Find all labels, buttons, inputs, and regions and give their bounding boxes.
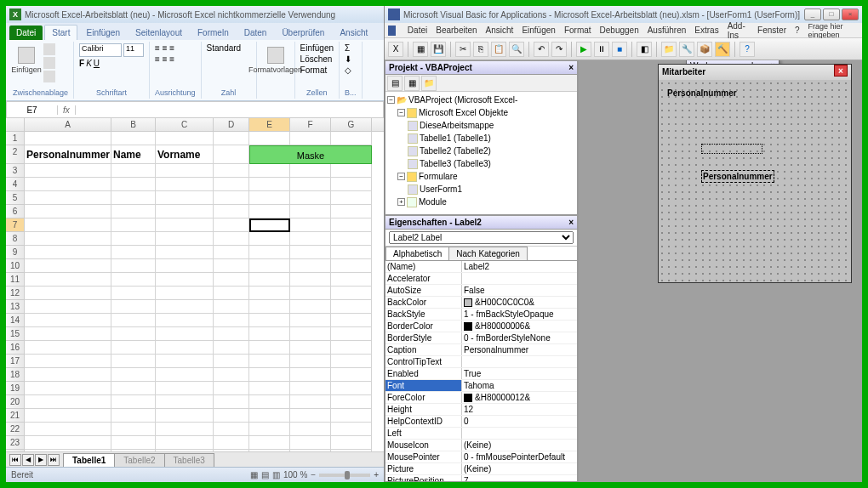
prop-value[interactable] [462,273,577,284]
cell[interactable] [156,246,214,259]
styles-button[interactable]: Formatvorlagen [262,43,289,77]
col-d[interactable]: D [214,118,249,131]
row-header[interactable]: 14 [6,314,25,327]
cell[interactable] [249,409,290,423]
cell[interactable] [249,205,290,218]
help-icon[interactable]: ? [740,42,755,57]
prop-name[interactable]: Caption [385,344,462,355]
prop-name[interactable]: ForeColor [385,392,462,403]
row-header[interactable]: 17 [6,355,25,368]
menu-format[interactable]: Format [564,26,591,35]
userform-close-icon[interactable]: × [834,65,848,77]
cell[interactable] [331,246,372,259]
row-header[interactable]: 19 [6,382,25,395]
view-layout-icon[interactable]: ▤ [261,470,269,479]
toolbox-icon[interactable]: 🔨 [715,42,730,57]
cell[interactable] [331,423,372,436]
label1[interactable]: Personalnummer [667,88,737,98]
project-close-icon[interactable]: × [568,61,574,74]
prop-value[interactable]: Label2 [462,261,577,272]
row-header[interactable]: 4 [6,178,25,191]
menu-edit[interactable]: Bearbeiten [436,26,477,35]
cell[interactable] [249,368,290,382]
cell[interactable] [156,178,214,191]
cell[interactable] [290,178,331,191]
cell[interactable] [290,218,331,232]
cell[interactable] [111,341,156,355]
tab-start[interactable]: Start [44,25,77,40]
cell[interactable] [111,409,156,423]
tree-toggle-icon[interactable]: − [387,96,395,104]
cell[interactable] [249,395,290,409]
cell[interactable] [156,314,214,327]
cell[interactable] [111,423,156,436]
cell[interactable] [156,341,214,355]
prop-name[interactable]: PicturePosition [385,475,462,482]
col-f[interactable]: F [290,118,331,131]
row-header[interactable]: 23 [6,436,25,450]
props-grid[interactable]: (Name)Label2AcceleratorAutoSizeFalseBack… [385,261,577,482]
cell[interactable] [25,423,111,436]
cell[interactable] [290,314,331,327]
copy-icon[interactable] [43,57,55,69]
col-a[interactable]: A [25,118,111,131]
cell[interactable] [214,178,249,191]
row-header[interactable]: 18 [6,368,25,382]
tree-toggle-icon[interactable]: − [397,173,405,180]
cell[interactable] [331,327,372,341]
nav-first[interactable]: ⏮ [9,454,21,466]
zoom-value[interactable]: 100 % [283,470,307,479]
cell[interactable] [25,132,111,145]
cell[interactable] [249,327,290,341]
bold-button[interactable]: F [79,59,84,68]
break-icon[interactable]: ⏸ [594,42,609,57]
cell[interactable] [25,382,111,395]
nav-prev[interactable]: ◀ [22,454,34,466]
cell[interactable] [111,132,156,145]
prop-value[interactable]: 0 [462,416,577,427]
cell[interactable] [249,218,290,232]
folder-icon[interactable]: 📁 [421,76,437,91]
col-g[interactable]: G [331,118,372,131]
cell[interactable] [249,132,290,145]
tab-data[interactable]: Daten [237,26,274,40]
cell[interactable] [156,436,214,450]
cell[interactable] [249,164,290,178]
cell[interactable] [290,132,331,145]
maske-button[interactable]: Maske [249,145,372,164]
cell[interactable] [156,409,214,423]
cell[interactable] [111,368,156,382]
cell[interactable] [331,382,372,395]
align-row2[interactable]: ≡ ≡ ≡ [155,54,174,64]
cell[interactable] [25,218,111,232]
minimize-button[interactable]: _ [804,9,821,20]
cell[interactable] [331,355,372,368]
cell[interactable] [25,191,111,205]
prop-value[interactable]: False [462,285,577,296]
cell[interactable] [214,259,249,273]
tree-toggle-icon[interactable]: − [397,109,405,116]
cell[interactable] [25,178,111,191]
cell[interactable] [25,246,111,259]
undo-icon[interactable]: ↶ [534,42,549,57]
cell[interactable] [290,355,331,368]
cell[interactable] [290,382,331,395]
cell[interactable] [290,395,331,409]
cell[interactable] [25,436,111,450]
cell[interactable] [156,218,214,232]
cell[interactable] [156,327,214,341]
cell[interactable] [290,409,331,423]
cell[interactable] [249,314,290,327]
cell[interactable] [156,132,214,145]
font-size[interactable]: 11 [123,43,144,57]
cell[interactable] [156,395,214,409]
cell[interactable] [331,287,372,300]
select-all-corner[interactable] [6,118,25,131]
cell[interactable] [290,259,331,273]
cell[interactable] [25,205,111,218]
prop-value[interactable]: 12 [462,404,577,415]
cell[interactable] [249,300,290,314]
cell[interactable] [156,232,214,246]
row-header[interactable]: 5 [6,191,25,205]
row-header[interactable]: 9 [6,246,25,259]
